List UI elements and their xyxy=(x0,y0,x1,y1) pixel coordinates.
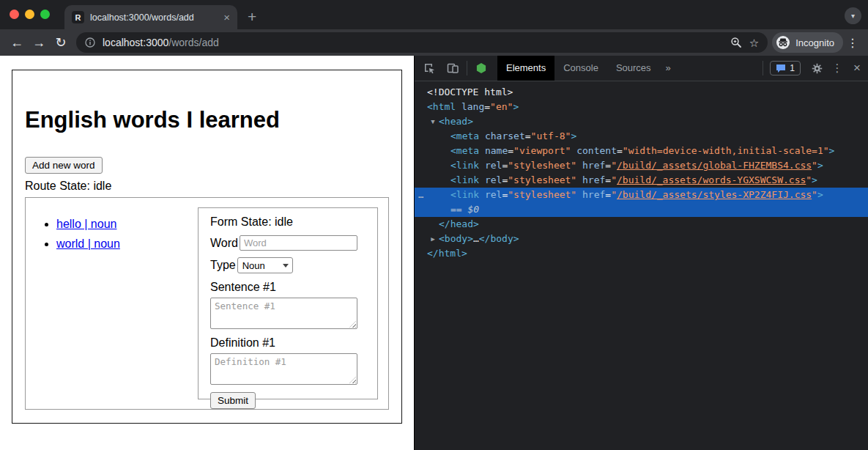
add-word-form: Form State: idle Word Type Noun Sentence… xyxy=(198,207,378,399)
close-window-button[interactable] xyxy=(10,10,19,19)
issues-badge[interactable]: 1 xyxy=(770,61,801,75)
dom-tree-line[interactable]: <meta name="viewport" content="width=dev… xyxy=(415,144,868,158)
dom-tree-line[interactable]: </html> xyxy=(415,246,868,261)
devtools-menu-kebab-icon[interactable]: ⋮ xyxy=(828,62,846,75)
reload-icon[interactable]: ↻ xyxy=(50,32,72,54)
more-tabs-chevron[interactable]: » xyxy=(660,56,677,81)
devtools-tab-sources[interactable]: Sources xyxy=(607,56,660,81)
url-host: localhost:3000 xyxy=(103,37,168,48)
dom-tree-line[interactable]: ▼<head> xyxy=(415,114,868,129)
web-page: English words I learned Add new word Rou… xyxy=(0,56,414,450)
dom-tree-line[interactable]: <meta charset="utf-8"> xyxy=(415,129,868,144)
type-select[interactable]: Noun xyxy=(237,257,293,273)
type-label: Type xyxy=(210,259,236,272)
page-title: English words I learned xyxy=(25,107,389,133)
window-controls xyxy=(10,10,50,19)
incognito-badge: Incognito xyxy=(772,32,843,53)
word-list-item: hello | noun xyxy=(56,218,120,231)
message-bubble-icon xyxy=(776,64,786,73)
incognito-label: Incognito xyxy=(795,37,834,48)
bookmark-star-icon[interactable]: ☆ xyxy=(749,37,759,48)
toolbar-divider xyxy=(763,61,763,75)
tab-close-icon[interactable]: × xyxy=(223,12,230,23)
node-overflow-dots-icon[interactable]: … xyxy=(418,188,423,202)
remix-favicon-icon: R xyxy=(72,11,84,23)
collapsed-arrow-icon[interactable]: ▶ xyxy=(428,232,438,246)
tab-search-button[interactable]: ▾ xyxy=(845,7,861,24)
word-label: Word xyxy=(210,237,238,250)
devtools-toolbar: ElementsConsoleSources » 1 xyxy=(415,56,868,81)
devtools-close-icon[interactable]: × xyxy=(846,61,868,75)
form-state-text: Form State: idle xyxy=(210,215,366,229)
word-list: hello | nounworld | noun xyxy=(36,218,120,399)
word-link[interactable]: hello | noun xyxy=(56,218,116,230)
minimize-window-button[interactable] xyxy=(25,10,34,19)
tab-strip: R localhost:3000/words/add × + ▾ xyxy=(0,0,868,29)
sentence-textarea[interactable] xyxy=(210,298,357,329)
address-bar[interactable]: localhost:3000/words/add ☆ xyxy=(76,32,768,53)
browser-toolbar: ← → ↻ localhost:3000/words/add ☆ Incogni… xyxy=(0,29,868,56)
new-tab-button[interactable]: + xyxy=(248,9,256,24)
browser-menu-kebab-icon[interactable]: ⋮ xyxy=(843,36,862,50)
page-info-icon[interactable] xyxy=(85,37,95,48)
zoom-window-button[interactable] xyxy=(40,10,50,19)
expanded-arrow-icon[interactable]: ▼ xyxy=(428,114,438,129)
device-toolbar-icon[interactable] xyxy=(441,56,464,81)
word-list-item: world | noun xyxy=(56,237,120,251)
add-word-button[interactable]: Add new word xyxy=(25,157,103,174)
forward-icon[interactable]: → xyxy=(28,32,50,54)
inspect-element-icon[interactable] xyxy=(418,56,441,81)
word-link[interactable]: world | noun xyxy=(56,237,120,250)
back-icon[interactable]: ← xyxy=(6,32,28,54)
issues-count: 1 xyxy=(790,63,795,73)
dom-tree: <!DOCTYPE html><html lang="en">▼<head><m… xyxy=(415,81,868,450)
word-input[interactable] xyxy=(240,235,357,251)
definition-label: Definition #1 xyxy=(210,336,366,350)
dom-tree-line[interactable]: </head> xyxy=(415,217,868,232)
url-text: localhost:3000/words/add xyxy=(103,37,219,48)
url-path: /words/add xyxy=(168,37,218,48)
dom-tree-line[interactable]: <!DOCTYPE html> xyxy=(415,85,868,100)
route-state-text: Route State: idle xyxy=(25,180,389,193)
dom-tree-line[interactable]: <link rel="stylesheet" href="/build/_ass… xyxy=(415,173,868,188)
dom-tree-line[interactable]: <link rel="stylesheet" href="/build/_ass… xyxy=(415,158,868,173)
devtools-panel: ElementsConsoleSources » 1 xyxy=(414,56,868,450)
dom-tree-line[interactable]: <html lang="en"> xyxy=(415,100,868,114)
definition-textarea[interactable] xyxy=(210,353,357,385)
submit-button[interactable]: Submit xyxy=(210,392,256,409)
zoom-magnifier-icon[interactable] xyxy=(730,37,742,48)
dom-tree-line[interactable]: == $0 xyxy=(415,202,868,217)
settings-gear-icon[interactable] xyxy=(805,56,828,81)
dom-tree-line[interactable]: …<link rel="stylesheet" href="/build/_as… xyxy=(415,188,868,202)
devtools-tabs: ElementsConsoleSources xyxy=(497,56,660,81)
select-dropdown-arrow-icon xyxy=(283,264,289,268)
app-container: English words I learned Add new word Rou… xyxy=(12,70,402,424)
devtools-tab-console[interactable]: Console xyxy=(554,56,607,81)
sentence-label: Sentence #1 xyxy=(210,281,366,294)
devtools-tab-elements[interactable]: Elements xyxy=(497,56,554,81)
toolbar-divider xyxy=(467,61,467,75)
type-select-value: Noun xyxy=(242,260,265,271)
words-panel: hello | nounworld | noun Form State: idl… xyxy=(25,197,389,410)
tab-title: localhost:3000/words/add xyxy=(90,12,218,23)
incognito-icon xyxy=(776,36,790,49)
browser-tab[interactable]: R localhost:3000/words/add × xyxy=(64,5,237,29)
dom-tree-line[interactable]: ▶<body>…</body> xyxy=(415,232,868,246)
extension-hexagon-icon[interactable] xyxy=(470,56,493,81)
